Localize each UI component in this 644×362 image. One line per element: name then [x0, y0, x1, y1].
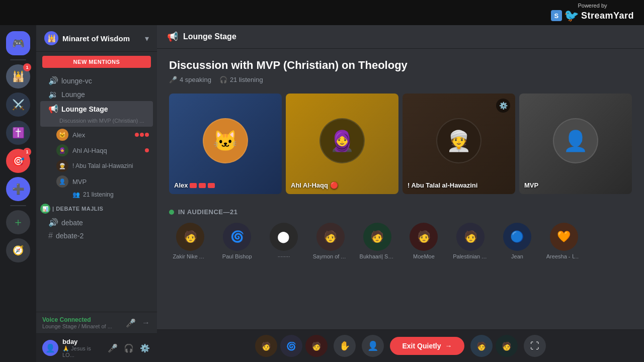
user-headphone-button[interactable]: 🎧	[123, 342, 135, 354]
server-icon-4-symbol: 🎯	[12, 155, 25, 167]
channel-name-lounge-vc: lounge-vc	[61, 77, 92, 85]
audience-name-saymon: Saymon of As...	[313, 253, 348, 259]
audience-name-bukhaari: Bukhaari| See...	[360, 253, 395, 259]
ahl-name: Ahl Al-Haqq	[72, 147, 107, 154]
voice-connected-sub: Lounge Stage / Minaret of ...	[42, 323, 112, 329]
audience-name-dots: ∙∙∙∙∙∙∙∙	[278, 253, 290, 259]
channel-debate-2[interactable]: # debate-2	[40, 229, 153, 242]
stage-main: Discussion with MVP (Christian) on Theol…	[157, 49, 644, 329]
red-dot-3	[145, 133, 149, 137]
bottom-avatar-2: 🌀	[280, 335, 302, 357]
channel-lounge[interactable]: 🔉 Lounge	[40, 87, 153, 101]
stage-user-ahl[interactable]: 🧕 Ahl Al-Haqq	[52, 143, 153, 158]
user-mic-button[interactable]: 🎤	[107, 342, 119, 354]
server-avatar: 🕌	[44, 31, 58, 45]
mvp-avatar: 👤	[56, 175, 68, 188]
audience-name-moemoe: MoeMoe	[413, 253, 435, 259]
server-icon-3[interactable]: ✝️	[6, 121, 30, 145]
mute-button[interactable]: 🎤	[125, 317, 137, 329]
audience-member-bukhaari[interactable]: 🧑 Bukhaari| See...	[356, 223, 398, 260]
listening-count: 21 listening	[83, 191, 114, 198]
channel-debate[interactable]: 🔊 debate	[40, 216, 153, 229]
audience-member-paul[interactable]: 🌀 Paul Bishop	[216, 223, 259, 260]
headphone-icon: 🎧	[219, 76, 227, 83]
channel-lounge-vc[interactable]: 🔊 lounge-vc	[40, 74, 153, 87]
audience-avatar-dots: ⬤	[270, 223, 298, 251]
raise-hand-button[interactable]: ✋	[334, 335, 356, 357]
audience-avatar-saymon: 🧑	[316, 223, 345, 251]
sidebar-divider-1	[10, 59, 26, 60]
discussion-meta: 🎤 4 speaking 🎧 21 listening	[169, 76, 632, 83]
user-bar-info: bday 🙏 Jesus is LO...	[62, 338, 103, 358]
speaker-card-mvp[interactable]: 👤 MVP	[519, 94, 632, 194]
audience-grid: 🧑 Zakir Nike Air ... 🌀 Paul Bishop ⬤ ∙∙∙…	[169, 223, 632, 260]
new-mentions-button[interactable]: NEW MENTIONS	[42, 56, 151, 68]
audience-member-areesha[interactable]: 🧡 Areesha - أريشا...	[542, 223, 585, 260]
audience-member-saymon[interactable]: 🧑 Saymon of As...	[309, 223, 352, 260]
speaker-name-alex: Alex	[174, 182, 215, 189]
server-icon-discord[interactable]: 🎮	[6, 31, 30, 55]
speaker-card-ahl[interactable]: 🧕 Ahl Al-Haqq 🔴	[286, 94, 398, 194]
server-icon-minaret[interactable]: 🕌 1	[6, 64, 30, 88]
bottom-avatar-5: 🧑	[496, 335, 518, 357]
listening-row: 👥 21 listening	[52, 190, 153, 200]
server-icon-4[interactable]: 🎯 1	[6, 149, 30, 173]
mic-icon: 🎤	[169, 76, 177, 83]
audience-member-jean[interactable]: 🔵 Jean	[496, 223, 539, 260]
user-settings-button[interactable]: ⚙️	[139, 342, 151, 354]
audience-name-palestinian: Palestinian Ya...	[453, 253, 488, 259]
server-badge-4: 1	[23, 148, 31, 156]
audience-avatar-areesha: 🧡	[550, 223, 578, 251]
invite-button[interactable]: 👤	[362, 335, 384, 357]
alex-badge-3	[208, 183, 215, 188]
audience-member-dots[interactable]: ⬤ ∙∙∙∙∙∙∙∙	[263, 223, 305, 260]
alex-avatar: 🐱	[56, 129, 68, 141]
audience-name-jean: Jean	[511, 253, 523, 259]
listening-count-stage: 21 listening	[230, 76, 263, 83]
audience-member-zakir[interactable]: 🧑 Zakir Nike Air ...	[169, 223, 212, 260]
category-debate-majlis[interactable]: 📊 | DEBATE MAJLIS	[36, 200, 157, 216]
ahl-red-dot	[145, 148, 149, 152]
stage-user-alex[interactable]: 🐱 Alex	[52, 127, 153, 142]
server-icon-5[interactable]: ➕	[6, 177, 30, 201]
channel-name-lounge: Lounge	[61, 90, 85, 99]
streamyard-logo: S 🐦 StreamYard	[551, 9, 634, 23]
expand-button[interactable]: ⛶	[524, 335, 546, 357]
speaker-card-alex[interactable]: 🐱 Alex	[169, 94, 282, 194]
explore-button[interactable]: 🧭	[6, 238, 30, 262]
disconnect-button[interactable]: →	[141, 317, 151, 329]
alex-badge-2	[199, 183, 206, 188]
audience-header: IN AUDIENCE—21	[169, 208, 632, 216]
voice-channel-icon: 🔊	[48, 76, 58, 85]
audience-member-moemoe[interactable]: 🧑 MoeMoe	[403, 223, 445, 260]
audience-label: IN AUDIENCE—21	[178, 208, 237, 216]
speakers-grid: 🐱 Alex 🧕 Ahl Al-Haqq 🔴	[169, 94, 632, 194]
server-icon-2[interactable]: ⚔️	[6, 93, 30, 117]
alex-badges	[135, 133, 149, 137]
server-header[interactable]: 🕌 Minaret of Wisdom ▾	[36, 25, 157, 52]
audience-avatar-bukhaari: 🧑	[363, 223, 391, 251]
audience-avatar-moemoe: 🧑	[410, 223, 438, 251]
lounge-channel-icon: 🔉	[48, 89, 58, 99]
speaking-indicator-abu-talal: ⚙️	[496, 99, 510, 113]
audience-name-zakir: Zakir Nike Air ...	[173, 253, 208, 259]
voice-connected-title: Voice Connected	[42, 316, 112, 323]
audience-name-areesha: Areesha - أريشا...	[546, 253, 582, 260]
stage-user-mvp[interactable]: 👤 MVP	[52, 174, 153, 189]
server-icon-5-symbol: ➕	[12, 183, 25, 195]
discord-icon: 🎮	[12, 37, 25, 49]
channel-lounge-stage[interactable]: 📢 Lounge Stage Discussion with MVP (Chri…	[40, 101, 153, 127]
stage-channel-icon: 📢	[48, 104, 58, 114]
alex-badge-1	[190, 183, 197, 188]
add-server-button[interactable]: ＋	[6, 210, 30, 234]
stage-user-abu-talal[interactable]: 👳 ! Abu Talal al-Hawazini	[52, 158, 153, 173]
speaker-card-abu-talal[interactable]: ⚙️ 👳 ! Abu Talal al-Hawazini	[403, 94, 515, 194]
red-dot-1	[135, 133, 139, 137]
channel-list: 🔊 lounge-vc 🔉 Lounge 📢 Lounge Stage Disc…	[36, 72, 157, 312]
exit-quietly-button[interactable]: Exit Quietly →	[390, 337, 464, 355]
audience-member-palestinian[interactable]: 🧑 Palestinian Ya...	[449, 223, 492, 260]
streamyard-text: StreamYard	[581, 11, 634, 21]
abu-talal-avatar: 👳	[56, 160, 68, 172]
speaker-avatar-ahl: 🧕	[319, 118, 365, 163]
bottom-audience-row-right: 🧑 🧑	[470, 335, 518, 357]
